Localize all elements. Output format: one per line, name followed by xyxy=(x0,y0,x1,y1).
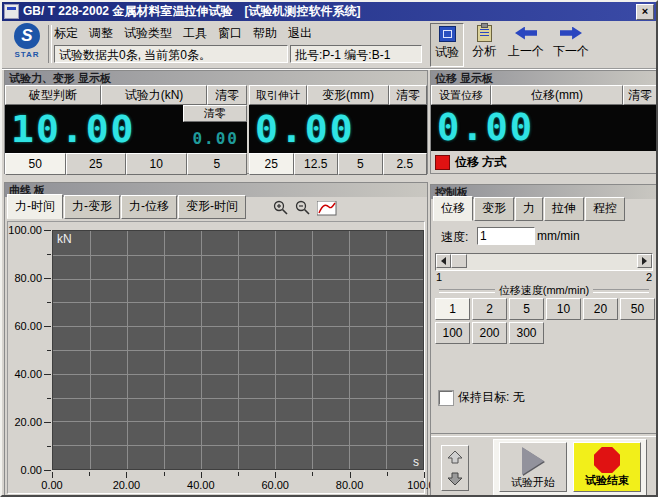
force-header: 试验力(kN) xyxy=(101,85,207,105)
control-tab[interactable]: 力 xyxy=(515,197,543,221)
displacement-panel-title: 位移 显示板 xyxy=(431,71,657,85)
force-range-button[interactable]: 25 xyxy=(66,153,127,175)
menu-item[interactable]: 工具 xyxy=(183,25,207,42)
extensometer-button[interactable]: 取引伸计 xyxy=(249,85,307,105)
analyze-label: 分析 xyxy=(472,44,496,58)
menu-item[interactable]: 退出 xyxy=(288,25,312,42)
menu-item[interactable]: 标定 xyxy=(54,25,78,42)
force-range-button[interactable]: 50 xyxy=(5,153,66,175)
zoom-in-icon[interactable] xyxy=(273,200,289,216)
hold-target-row: 保持目标: 无 xyxy=(439,389,525,406)
toolbar: S STAR 标定调整试验类型工具窗口帮助退出 试验数据共0条, 当前第0条。 … xyxy=(2,21,656,69)
speed-preset-button[interactable]: 200 xyxy=(472,322,507,344)
chart-tools xyxy=(273,200,337,216)
force-range-button[interactable]: 5 xyxy=(187,153,248,175)
speed-preset-button[interactable]: 1 xyxy=(435,298,470,320)
arrow-left-icon xyxy=(515,27,537,40)
previous-button[interactable]: 上一个 xyxy=(505,23,547,65)
y-tick-label: 20.00 xyxy=(14,416,42,428)
jog-button[interactable] xyxy=(441,445,469,491)
speed-preset-button[interactable]: 100 xyxy=(435,322,470,344)
play-icon xyxy=(522,447,544,475)
test-mode-button[interactable]: 试验 xyxy=(430,23,464,67)
next-label: 下一个 xyxy=(553,44,589,58)
next-button[interactable]: 下一个 xyxy=(550,23,592,65)
speed-preset-button[interactable]: 300 xyxy=(509,322,544,344)
speed-preset-button[interactable]: 5 xyxy=(509,298,544,320)
x-tick-label: 60.00 xyxy=(261,479,289,491)
control-panel: 控制板 位移变形力拉伸程控 速度: mm/min 1 2 位移速度(mm/min… xyxy=(430,184,658,497)
deform-range-button[interactable]: 2.5 xyxy=(383,153,428,175)
arrow-right-icon xyxy=(560,27,582,40)
chart: 100.0080.0060.0040.0020.000.00 kN s 0.00… xyxy=(7,221,425,494)
control-tab[interactable]: 程控 xyxy=(585,197,625,221)
force-sub-value-display: 0.00 xyxy=(192,129,239,148)
displacement-clear-button[interactable]: 清零 xyxy=(623,85,657,105)
slider-right-arrow[interactable] xyxy=(637,254,652,268)
speed-input[interactable] xyxy=(477,227,535,245)
force-range-button[interactable]: 10 xyxy=(126,153,187,175)
speed-unit: mm/min xyxy=(537,229,580,243)
slider-thumb[interactable] xyxy=(451,254,467,268)
control-tab[interactable]: 拉伸 xyxy=(544,197,584,221)
deform-value-display: 0.00 xyxy=(255,109,355,149)
menu-item[interactable]: 试验类型 xyxy=(124,25,172,42)
break-detect-button[interactable]: 破型判断 xyxy=(5,85,101,105)
control-tab[interactable]: 位移 xyxy=(433,196,473,221)
speed-preset-button[interactable]: 10 xyxy=(546,298,581,320)
deform-clear-button[interactable]: 清零 xyxy=(389,85,427,105)
slider-max-label: 2 xyxy=(646,271,652,283)
force-sub-clear-button[interactable]: 清零 xyxy=(183,105,247,122)
start-test-label: 试验开始 xyxy=(500,475,566,490)
jog-updown-icon xyxy=(447,451,463,485)
brand-logo: S STAR xyxy=(8,23,46,65)
speed-preset-button[interactable]: 20 xyxy=(583,298,618,320)
speed-label: 速度: xyxy=(441,229,468,246)
test-mode-label: 试验 xyxy=(435,45,459,59)
curve-tab[interactable]: 变形-时间 xyxy=(178,195,246,219)
control-tabs: 位移变形力拉伸程控 xyxy=(431,199,626,221)
curve-tabs: 力-时间力-变形力-位移变形-时间 xyxy=(5,197,337,219)
end-test-label: 试验结束 xyxy=(574,473,640,488)
speed-preset-button[interactable]: 50 xyxy=(620,298,655,320)
slider-left-arrow[interactable] xyxy=(436,254,451,268)
set-displacement-button[interactable]: 设置位移 xyxy=(431,85,491,105)
slider-min-label: 1 xyxy=(436,271,442,283)
menu-item[interactable]: 窗口 xyxy=(218,25,242,42)
x-tick-label: 40.00 xyxy=(187,479,215,491)
curve-tab[interactable]: 力-位移 xyxy=(121,195,177,219)
deform-range-button[interactable]: 5 xyxy=(338,153,383,175)
speed-slider[interactable] xyxy=(435,253,653,271)
separator xyxy=(431,433,657,437)
test-machine-icon xyxy=(439,26,456,42)
y-tick-label: 60.00 xyxy=(14,320,42,332)
status-batch: 批号:P-1 编号:B-1 xyxy=(290,45,422,63)
action-button-tray: 试验开始 试验结束 xyxy=(493,439,647,497)
control-tab[interactable]: 变形 xyxy=(474,197,514,221)
curve-tab[interactable]: 力-时间 xyxy=(7,194,63,219)
displacement-panel: 位移 显示板 设置位移 位移(mm) 清零 0.00 位移 方式 xyxy=(430,70,658,174)
analyze-button[interactable]: 分析 xyxy=(466,23,502,65)
curve-tool-icon[interactable] xyxy=(317,201,337,216)
control-body: 速度: mm/min 1 2 位移速度(mm/min) 125102050100… xyxy=(431,221,657,496)
deform-header: 变形(mm) xyxy=(307,85,389,105)
deform-range-button[interactable]: 12.5 xyxy=(294,153,339,175)
zoom-out-icon[interactable] xyxy=(295,200,311,216)
plot-area[interactable]: kN s xyxy=(52,230,424,470)
application-window: GB/ T 228-2002 金属材料室温拉伸试验 [试验机测控软件系统] × … xyxy=(0,0,658,497)
speed-group-label: 位移速度(mm/min) xyxy=(499,283,589,298)
close-button[interactable]: × xyxy=(636,4,654,20)
menu-item[interactable]: 调整 xyxy=(89,25,113,42)
menu-item[interactable]: 帮助 xyxy=(253,25,277,42)
deform-range-button[interactable]: 25 xyxy=(249,153,294,175)
status-records: 试验数据共0条, 当前第0条。 xyxy=(54,45,288,63)
start-test-button[interactable]: 试验开始 xyxy=(499,442,567,492)
x-tick-label: 20.00 xyxy=(113,479,141,491)
hold-target-checkbox[interactable] xyxy=(439,391,453,405)
end-test-button[interactable]: 试验结束 xyxy=(573,442,641,492)
speed-preset-button[interactable]: 2 xyxy=(472,298,507,320)
force-clear-button[interactable]: 清零 xyxy=(207,85,247,105)
displacement-value-display: 0.00 xyxy=(437,108,534,148)
force-value-display: 10.00 xyxy=(11,109,135,149)
curve-tab[interactable]: 力-变形 xyxy=(64,195,120,219)
